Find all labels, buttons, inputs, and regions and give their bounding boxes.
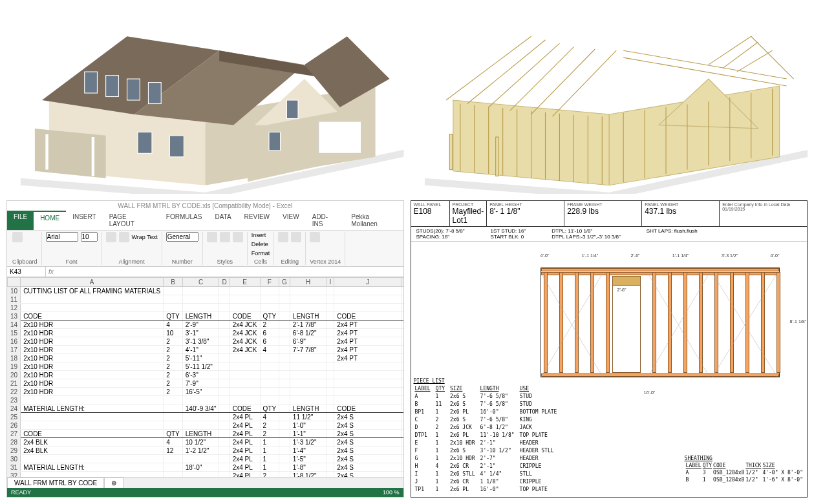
group-styles: Styles	[207, 258, 243, 265]
svg-rect-15	[138, 132, 152, 153]
format-btn[interactable]: Format	[252, 250, 270, 257]
svg-line-48	[488, 43, 559, 107]
tab-review[interactable]: REVIEW	[238, 211, 276, 230]
svg-line-47	[467, 40, 545, 104]
insert-btn[interactable]: Insert	[252, 232, 266, 238]
frame-weight-lbl: FRAME WEIGHT	[567, 202, 639, 207]
ribbon-tabs: FILE HOME INSERT PAGE LAYOUT FORMULAS DA…	[7, 211, 403, 231]
svg-line-65	[712, 273, 777, 377]
svg-rect-58	[449, 134, 452, 170]
svg-rect-16	[169, 136, 184, 157]
group-editing: Editing	[278, 258, 301, 265]
company-lbl: Enter Company Info in Local Data	[722, 202, 808, 207]
sheet-add-btn[interactable]: ⊕	[104, 478, 123, 488]
bottom-plate	[541, 373, 779, 377]
top-plate	[541, 268, 779, 271]
svg-rect-14	[148, 83, 161, 104]
font-family-select[interactable]	[46, 232, 78, 242]
align-center-icon[interactable]	[119, 232, 129, 242]
group-font: Font	[46, 258, 98, 265]
wall-panel-lbl: WALL PANEL	[414, 202, 447, 207]
svg-rect-17	[269, 132, 281, 151]
wall-frame-elevation: 2'-6"	[541, 268, 780, 377]
group-cells: Cells	[252, 258, 270, 265]
rendered-house-panel	[6, 6, 404, 194]
save-flow-icon[interactable]	[310, 232, 320, 242]
number-format-select[interactable]	[166, 232, 198, 242]
svg-line-55	[722, 42, 758, 68]
excel-window: WALL FRM MTRL BY CODE.xls [Compatibility…	[6, 200, 404, 498]
excel-title: WALL FRM MTRL BY CODE.xls [Compatibility…	[7, 201, 403, 211]
cell-styles-icon[interactable]	[233, 232, 243, 242]
tab-home[interactable]: HOME	[34, 211, 66, 230]
svg-rect-10	[319, 121, 361, 153]
zoom-level[interactable]: 100 %	[383, 489, 400, 496]
find-select-icon[interactable]	[291, 232, 301, 242]
group-number: Number	[166, 258, 198, 265]
tab-pagelayout[interactable]: PAGE LAYOUT	[103, 211, 160, 230]
svg-rect-18	[286, 100, 298, 119]
ribbon: Clipboard Font Wrap TextAlignment Number…	[7, 231, 403, 267]
svg-rect-59	[495, 137, 498, 176]
wall-panel-id: E108	[414, 207, 447, 216]
svg-line-64	[712, 273, 777, 377]
tab-insert[interactable]: INSERT	[66, 211, 103, 230]
panel-weight-lbl: PANEL WEIGHT	[645, 202, 716, 207]
svg-line-57	[751, 36, 793, 79]
tab-data[interactable]: DATA	[208, 211, 237, 230]
name-box[interactable]: K43	[7, 267, 46, 277]
house-rendering	[6, 6, 404, 194]
spreadsheet-grid[interactable]: ABCDEFGHIJKL10CUTTING LIST OF ALL FRAMIN…	[7, 277, 403, 477]
door-opening	[612, 276, 641, 373]
svg-line-49	[509, 47, 573, 111]
piece-list: PIECE LIST LABELQTYSIZELENGTHUSEA12x6 S7…	[414, 378, 562, 494]
svg-line-46	[445, 36, 531, 100]
sheet-tab[interactable]: WALL FRM MTRL BY CODE	[7, 478, 104, 488]
drawing-date: 01/19/2015	[722, 207, 808, 211]
dim-run: 4'-0" 1'-1 1/4" 2'-6" 1'-1 1/4" 3'-3 1/2…	[541, 253, 780, 258]
frame-weight: 228.9 lbs	[567, 207, 639, 216]
group-clipboard: Clipboard	[12, 258, 37, 265]
paste-icon[interactable]	[12, 232, 23, 242]
header	[613, 277, 640, 286]
wall-panel-drawing: WALL PANELE108 PROJECTMayfiled-Lot1 PANE…	[411, 200, 808, 498]
svg-line-52	[623, 50, 786, 79]
svg-marker-19	[35, 129, 106, 178]
panel-weight: 437.1 lbs	[645, 207, 716, 216]
tab-view[interactable]: VIEW	[276, 211, 306, 230]
tab-formulas[interactable]: FORMULAS	[160, 211, 209, 230]
drawing-body: 4'-0" 1'-1 1/4" 2'-6" 1'-1 1/4" 3'-3 1/2…	[411, 242, 808, 497]
group-alignment: Alignment	[106, 258, 158, 265]
group-vertex: Vertex 2014	[310, 258, 341, 265]
svg-line-50	[531, 49, 595, 114]
project-name: Mayfiled-Lot1	[453, 207, 484, 225]
delete-btn[interactable]: Delete	[252, 241, 268, 247]
panel-height: 8'- 1 1/8"	[489, 207, 561, 216]
formula-bar-fx: fx	[46, 267, 56, 277]
formula-bar[interactable]	[56, 267, 403, 277]
svg-line-54	[708, 36, 751, 65]
panel-height-lbl: PANEL HEIGHT	[489, 202, 561, 207]
svg-rect-21	[92, 137, 94, 176]
font-size-select[interactable]	[81, 232, 98, 242]
door-width: 2'-6"	[617, 288, 627, 292]
svg-rect-20	[45, 134, 48, 170]
cond-format-icon[interactable]	[207, 232, 217, 242]
framing-rendering	[411, 6, 808, 194]
svg-rect-11	[85, 72, 98, 93]
sheathing-list: SHEATHING LABELQTYCODETHICKSIZEA3OSB_128…	[685, 456, 804, 484]
sort-filter-icon[interactable]	[278, 232, 288, 242]
user-name: Pekka Moilanen	[345, 211, 403, 230]
svg-rect-12	[106, 76, 119, 97]
svg-rect-13	[127, 79, 140, 100]
align-left-icon[interactable]	[106, 232, 116, 242]
framing-panel	[411, 6, 808, 194]
drawing-params: STUDS(20): 7'-8 5/8"SPACING: 16" 1ST STU…	[411, 227, 808, 242]
overall-width: 16'-0"	[644, 390, 656, 395]
overall-height: 8'-1 1/8"	[790, 319, 807, 324]
project-lbl: PROJECT	[453, 202, 484, 207]
tab-addins[interactable]: ADD-INS	[306, 211, 345, 230]
format-table-icon[interactable]	[220, 232, 230, 242]
status-ready: READY	[11, 489, 31, 496]
tab-file[interactable]: FILE	[7, 211, 34, 230]
